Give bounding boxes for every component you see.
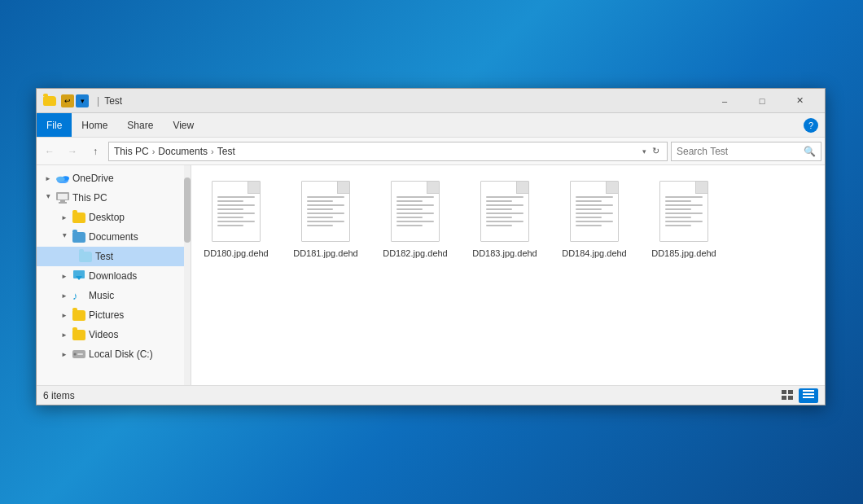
file-name-5: DD185.jpg.dehd [651,248,716,259]
file-item-3[interactable]: DD183.jpg.dehd [468,173,541,377]
svg-point-2 [56,177,65,182]
view-list-icon [803,390,814,401]
window-controls: – □ ✕ [706,89,818,113]
sidebar-scrollbar-track[interactable] [184,165,191,385]
videos-folder-icon [72,328,85,341]
quick-access-toolbar: ↩ ▾ [61,94,89,107]
doc-icon-5 [659,181,708,242]
file-item-2[interactable]: DD182.jpg.dehd [379,173,452,377]
file-name-4: DD184.jpg.dehd [562,248,627,259]
search-box[interactable]: 🔍 [671,142,821,161]
file-area: DD180.jpg.dehd DD181.jpg.dehd [191,165,825,385]
test-folder-icon [79,250,92,263]
breadcrumb-documents[interactable]: Documents [158,146,208,157]
sidebar-label-documents: Documents [89,231,138,243]
forward-button[interactable]: → [63,142,82,161]
svg-rect-16 [788,396,793,400]
quick-btn-2[interactable]: ▾ [76,94,89,107]
maximize-button[interactable]: □ [743,89,781,113]
doc-icon-3 [480,181,529,242]
svg-rect-18 [803,393,814,395]
pictures-folder-icon [72,309,85,322]
onedrive-icon [56,172,69,185]
breadcrumb-sep-1: › [152,147,156,156]
back-button[interactable]: ← [40,142,59,161]
address-dropdown[interactable]: ▾ [641,147,648,156]
menu-view[interactable]: View [163,113,204,137]
search-input[interactable] [677,146,804,157]
expand-arrow-desktop: ► [59,214,69,221]
svg-rect-4 [58,194,68,199]
file-item-1[interactable]: DD181.jpg.dehd [289,173,362,377]
expand-arrow-onedrive: ► [43,175,53,182]
svg-rect-14 [788,390,793,394]
file-name-3: DD183.jpg.dehd [472,248,537,259]
main-area: ► OneDrive ► This PC ► Deskto [37,165,825,385]
address-refresh[interactable]: ↻ [650,146,662,156]
menu-share[interactable]: Share [117,113,163,137]
view-buttons [778,388,818,403]
minimize-button[interactable]: – [706,89,743,113]
menu-home[interactable]: Home [72,113,117,137]
sidebar-item-videos[interactable]: ► Videos [37,325,191,344]
sidebar-item-this-pc[interactable]: ► This PC [37,188,191,208]
svg-text:♪: ♪ [72,290,78,301]
expand-arrow-this-pc: ► [45,193,52,203]
file-item-4[interactable]: DD184.jpg.dehd [558,173,631,377]
window-title: Test [104,95,706,107]
localdisk-icon [72,348,85,361]
sidebar-label-music: Music [89,290,114,301]
up-button[interactable]: ↑ [85,142,105,161]
sidebar-item-pictures[interactable]: ► Pictures [37,305,191,325]
title-bar: ↩ ▾ | Test – □ ✕ [37,89,825,113]
svg-rect-19 [803,397,814,398]
documents-folder-icon [72,230,85,243]
menu-bar: File Home Share View ? [37,113,825,138]
file-icon-5 [655,177,712,246]
menu-bar-right: ? [804,118,825,133]
address-bar: ← → ↑ This PC › Documents › Test ▾ ↻ 🔍 [37,138,825,165]
close-button[interactable]: ✕ [781,89,818,113]
this-pc-icon [56,191,69,204]
sidebar-item-onedrive[interactable]: ► OneDrive [37,169,191,188]
file-item-5[interactable]: DD185.jpg.dehd [647,173,721,377]
svg-rect-17 [803,390,814,392]
sidebar-item-test[interactable]: Test [37,247,191,266]
title-separator: | [97,95,99,107]
sidebar-label-this-pc: This PC [72,192,107,204]
quick-btn-1[interactable]: ↩ [61,94,74,107]
search-icon[interactable]: 🔍 [804,146,816,157]
sidebar-item-downloads[interactable]: ► Downloads [37,266,191,286]
svg-point-11 [74,353,77,356]
sidebar-scrollbar-thumb[interactable] [184,177,191,243]
help-button[interactable]: ? [804,118,818,133]
sidebar-item-localdisk[interactable]: ► Local Disk (C:) [37,344,191,364]
svg-rect-6 [59,202,67,204]
sidebar-label-videos: Videos [89,329,118,340]
expand-arrow-music: ► [59,292,69,300]
file-icon-4 [566,177,623,246]
svg-rect-15 [782,396,786,400]
view-list-button[interactable] [799,388,818,403]
sidebar-item-desktop[interactable]: ► Desktop [37,208,191,227]
expand-arrow-documents: ► [61,232,68,242]
expand-arrow-videos: ► [59,331,69,339]
doc-icon-0 [212,181,261,242]
expand-arrow-downloads: ► [59,273,69,280]
sidebar-item-documents[interactable]: ► Documents [37,227,191,247]
sidebar-label-test: Test [95,251,113,262]
doc-icon-1 [301,181,350,242]
file-item-0[interactable]: DD180.jpg.dehd [199,173,273,377]
explorer-window: ↩ ▾ | Test – □ ✕ File Home Share View ? … [36,88,826,405]
file-name-1: DD181.jpg.dehd [293,248,358,259]
address-box[interactable]: This PC › Documents › Test ▾ ↻ [108,142,668,161]
breadcrumb-test[interactable]: Test [217,146,235,157]
view-grid-button[interactable] [778,388,797,403]
breadcrumb-this-pc[interactable]: This PC [114,146,149,157]
menu-file[interactable]: File [37,113,72,137]
sidebar-item-music[interactable]: ► ♪ Music [37,286,191,305]
doc-icon-2 [391,181,440,242]
files-grid: DD180.jpg.dehd DD181.jpg.dehd [199,173,817,377]
file-icon-2 [387,177,444,246]
file-icon-0 [208,177,265,246]
